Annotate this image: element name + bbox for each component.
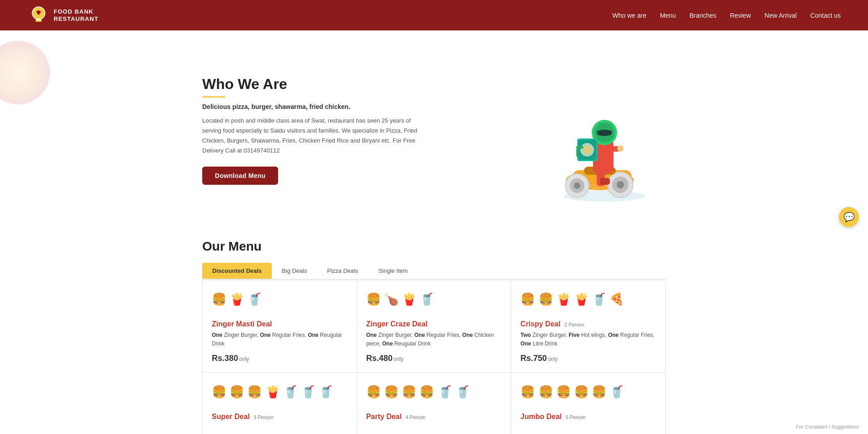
card-title: Jumbo Deal 5 Person xyxy=(520,413,656,421)
nav-contact-us[interactable]: Contact us xyxy=(810,12,841,19)
card-price: Rs.750only xyxy=(520,354,656,363)
person-badge: 3 Person xyxy=(254,414,274,420)
card-emoji: 🍔 🍗 🍟 🥤 xyxy=(366,291,502,313)
svg-point-21 xyxy=(617,145,624,152)
nav-who-we-are[interactable]: Who we are xyxy=(612,12,646,19)
menu-card-jumbo: 🍔 🍔 🍔 🍔 🍔 🥤 Jumbo Deal 5 Person xyxy=(511,373,666,434)
card-title: Party Deal 4 Person xyxy=(366,413,502,421)
pizza-decoration xyxy=(0,41,50,104)
who-we-are-section: Who We Are Delicious pizza, burger, shaw… xyxy=(202,30,666,221)
person-badge: 2 Person xyxy=(564,322,584,327)
download-menu-button[interactable]: Download Menu xyxy=(202,167,278,185)
menu-card-zinger-masti: 🍔 🍟 🥤 Zinger Masti Deal One Zinger Burge… xyxy=(203,280,357,373)
nav-menu[interactable]: Menu xyxy=(660,12,676,19)
svg-rect-29 xyxy=(576,146,584,148)
menu-section: Our Menu Discounted Deals Big Deals Pizz… xyxy=(202,221,666,434)
svg-point-27 xyxy=(583,145,592,154)
card-emoji: 🍔 🍔 🍔 🍔 🍔 🥤 xyxy=(520,384,656,405)
svg-rect-17 xyxy=(600,178,610,185)
nav-branches[interactable]: Branches xyxy=(689,12,716,19)
who-heading: Who We Are xyxy=(202,76,529,98)
site-header: FOOD BANK RESTAURANT Who we are Menu Bra… xyxy=(0,0,868,30)
chat-fab-button[interactable]: 💬 xyxy=(839,207,859,227)
delivery-illustration xyxy=(529,58,666,203)
person-badge: 4 Person xyxy=(405,414,425,420)
logo-sub: RESTAURANT xyxy=(54,15,99,23)
tab-big-deals[interactable]: Big Deals xyxy=(272,263,317,279)
card-price: Rs.380only xyxy=(212,354,348,363)
menu-heading: Our Menu xyxy=(202,239,666,254)
delivery-person-svg xyxy=(529,58,666,203)
svg-point-1 xyxy=(37,11,38,13)
card-price: Rs.480only xyxy=(366,354,502,363)
footer-complaint: For Complaint / Suggestions xyxy=(796,424,859,429)
person-badge: 5 Person xyxy=(565,414,585,420)
card-desc: One Zinger Burger, One Regular Fries, On… xyxy=(366,331,502,348)
card-title: Crispy Deal 2 Person xyxy=(520,320,656,328)
svg-point-11 xyxy=(617,181,624,188)
main-nav: Who we are Menu Branches Review New Arri… xyxy=(612,12,841,19)
svg-rect-28 xyxy=(576,148,579,157)
menu-card-party: 🍔 🍔 🍔 🍔 🥤 🥤 Party Deal 4 Person xyxy=(357,373,512,434)
svg-point-2 xyxy=(40,11,41,12)
card-emoji: 🍔 🍟 🥤 xyxy=(212,291,348,313)
svg-point-14 xyxy=(574,182,580,189)
svg-rect-5 xyxy=(37,19,40,20)
svg-point-3 xyxy=(38,13,40,14)
logo-icon xyxy=(27,4,50,27)
tab-discounted-deals[interactable]: Discounted Deals xyxy=(202,263,272,279)
menu-card-zinger-craze: 🍔 🍗 🍟 🥤 Zinger Craze Deal One Zinger Bur… xyxy=(357,280,512,373)
who-subtitle: Delicious pizza, burger, shawarma, fried… xyxy=(202,103,529,110)
card-desc: Two Zinger Burger, Five Hot wings, One R… xyxy=(520,331,656,348)
who-description: Located in posh and middle class area of… xyxy=(202,116,420,156)
card-emoji: 🍔 🍔 🍔 🍔 🥤 🥤 xyxy=(366,384,502,405)
card-desc: One Zinger Burger, One Regular Fries, On… xyxy=(212,331,348,348)
tab-pizza-deals[interactable]: Pizza Deals xyxy=(317,263,369,279)
card-emoji: 🍔 🍔 🍟 🍟 🥤 🍕 xyxy=(520,291,656,313)
menu-tabs: Discounted Deals Big Deals Pizza Deals S… xyxy=(202,263,666,280)
nav-review[interactable]: Review xyxy=(730,12,751,19)
logo-name: FOOD BANK xyxy=(54,8,99,15)
who-text-block: Who We Are Delicious pizza, burger, shaw… xyxy=(202,76,529,185)
menu-card-super: 🍔 🍔 🍔 🍟 🥤 🥤 🥤 Super Deal 3 Person xyxy=(203,373,357,434)
menu-cards-grid: 🍔 🍟 🥤 Zinger Masti Deal One Zinger Burge… xyxy=(202,280,666,434)
card-title: Zinger Masti Deal xyxy=(212,320,348,328)
card-emoji: 🍔 🍔 🍔 🍟 🥤 🥤 🥤 xyxy=(212,384,348,405)
tab-single-item[interactable]: Single Item xyxy=(368,263,418,279)
card-title: Super Deal 3 Person xyxy=(212,413,348,421)
card-title: Zinger Craze Deal xyxy=(366,320,502,328)
logo: FOOD BANK RESTAURANT xyxy=(27,4,99,27)
menu-card-crispy: 🍔 🍔 🍟 🍟 🥤 🍕 Crispy Deal 2 Person Two Zin… xyxy=(511,280,666,373)
nav-new-arrival[interactable]: New Arrival xyxy=(764,12,797,19)
